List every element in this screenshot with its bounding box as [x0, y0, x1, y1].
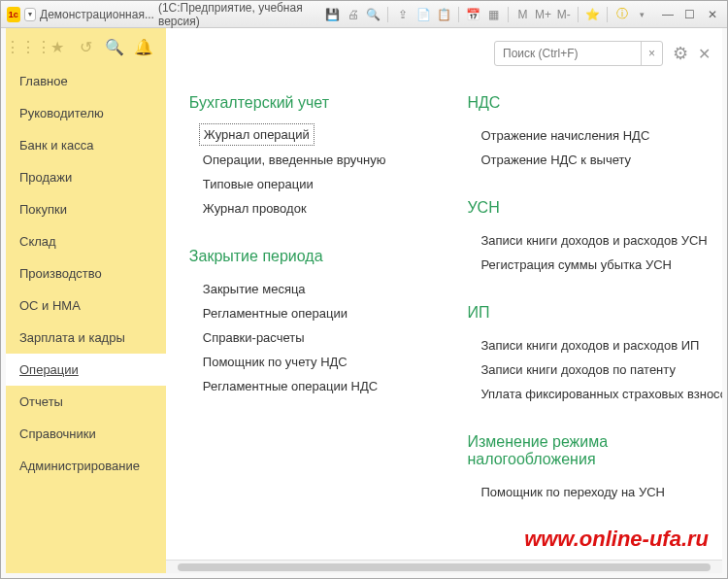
sidebar-item-10[interactable]: Отчеты: [6, 386, 166, 418]
sidebar-item-label: Отчеты: [19, 394, 63, 409]
search-box: ×: [494, 41, 663, 66]
logo-1c: 1c: [7, 7, 20, 22]
section: Изменение режима налогообложенияПомощник…: [467, 433, 699, 504]
section: ИПЗаписи книги доходов и расходов ИПЗапи…: [467, 304, 699, 406]
copy-icon[interactable]: 📄: [415, 5, 432, 24]
section-item[interactable]: Типовые операции: [189, 172, 421, 196]
section-item[interactable]: Регистрация суммы убытка УСН: [467, 253, 699, 277]
sidebar-item-3[interactable]: Продажи: [6, 161, 166, 193]
sidebar-item-9[interactable]: Операции: [6, 354, 166, 386]
section-item[interactable]: Закрытие месяца: [189, 277, 421, 301]
titlebar: 1c ▾ Демонстрационная... (1С:Предприятие…: [1, 1, 727, 28]
sidebar-item-label: Склад: [19, 234, 56, 249]
paste-icon[interactable]: 📋: [436, 5, 452, 24]
section-item[interactable]: Регламентные операции НДС: [189, 374, 421, 398]
sidebar-list: ГлавноеРуководителюБанк и кассаПродажиПо…: [6, 65, 166, 573]
app-window: 1c ▾ Демонстрационная... (1С:Предприятие…: [0, 0, 728, 579]
star-icon[interactable]: ★: [46, 35, 69, 58]
search-clear-button[interactable]: ×: [641, 42, 662, 65]
calendar-icon[interactable]: 📅: [465, 5, 481, 24]
sidebar-item-5[interactable]: Склад: [6, 225, 166, 257]
bell-icon[interactable]: 🔔: [132, 35, 155, 58]
sidebar-item-6[interactable]: Производство: [6, 257, 166, 290]
section-title[interactable]: Бухгалтерский учет: [189, 94, 421, 112]
close-button[interactable]: ✕: [703, 6, 721, 23]
sidebar-item-7[interactable]: ОС и НМА: [6, 290, 166, 322]
window-title-app: Демонстрационная...: [40, 8, 154, 21]
section-item[interactable]: Помощник по учету НДС: [189, 350, 421, 374]
section-item[interactable]: Отражение начисления НДС: [467, 123, 699, 148]
sidebar-item-0[interactable]: Главное: [6, 65, 166, 97]
sidebar-item-label: Продажи: [19, 170, 72, 185]
mem-mminus[interactable]: M-: [555, 5, 572, 24]
scrollbar-thumb[interactable]: [178, 563, 711, 571]
preview-icon[interactable]: 🔍: [365, 5, 381, 24]
section-title[interactable]: ИП: [467, 304, 699, 322]
section-item[interactable]: Записи книги доходов по патенту: [467, 358, 699, 382]
sidebar-item-2[interactable]: Банк и касса: [6, 129, 166, 161]
menu-dropdown-icon[interactable]: ▾: [24, 8, 36, 21]
separator: [458, 7, 459, 22]
sidebar-item-label: Главное: [19, 74, 68, 88]
favorites-icon[interactable]: ⭐: [584, 5, 601, 24]
section-item[interactable]: Журнал проводок: [189, 196, 421, 221]
gear-icon[interactable]: ⚙: [673, 43, 688, 64]
sidebar-item-1[interactable]: Руководителю: [6, 97, 166, 129]
panel-close-icon[interactable]: ✕: [698, 45, 711, 63]
section-item[interactable]: Записи книги доходов и расходов УСН: [467, 228, 699, 253]
section-title[interactable]: Изменение режима налогообложения: [467, 433, 699, 468]
mem-mplus[interactable]: M+: [535, 5, 551, 24]
section-item[interactable]: Операции, введенные вручную: [189, 148, 421, 172]
upload-icon[interactable]: ⇪: [394, 5, 411, 24]
section: Бухгалтерский учетЖурнал операцийОпераци…: [189, 94, 421, 221]
print-icon[interactable]: 🖨: [345, 5, 361, 24]
app-body: ⋮⋮⋮ ★ ↺ 🔍 🔔 ГлавноеРуководителюБанк и ка…: [1, 28, 727, 578]
maximize-button[interactable]: ☐: [680, 6, 699, 23]
section-item[interactable]: Помощник по переходу на УСН: [467, 480, 699, 504]
sidebar-item-4[interactable]: Покупки: [6, 193, 166, 225]
search-icon[interactable]: 🔍: [103, 35, 126, 58]
sidebar-item-label: Операции: [19, 362, 79, 377]
sidebar-item-label: Администрирование: [19, 459, 140, 473]
sidebar-item-label: Банк и касса: [19, 138, 94, 153]
content-body: Бухгалтерский учетЖурнал операцийОпераци…: [166, 79, 722, 560]
window-title-suffix: (1С:Предприятие, учебная версия): [158, 1, 320, 28]
horizontal-scrollbar[interactable]: [166, 560, 722, 573]
minimize-button[interactable]: —: [659, 6, 678, 23]
left-column: Бухгалтерский учетЖурнал операцийОпераци…: [189, 94, 421, 531]
right-column: НДСОтражение начисления НДСОтражение НДС…: [467, 94, 699, 531]
section-title[interactable]: УСН: [467, 199, 699, 217]
sidebar-item-label: Производство: [19, 266, 102, 281]
section: УСНЗаписи книги доходов и расходов УСНРе…: [467, 199, 699, 277]
separator: [508, 7, 509, 22]
info-dropdown-icon[interactable]: ▾: [634, 5, 650, 24]
sidebar-item-8[interactable]: Зарплата и кадры: [6, 322, 166, 354]
info-icon[interactable]: ⓘ: [613, 5, 630, 24]
sidebar-item-label: Справочники: [19, 426, 96, 441]
separator: [387, 7, 388, 22]
history-icon[interactable]: ↺: [74, 35, 97, 58]
separator: [578, 7, 579, 22]
section-item[interactable]: Отражение НДС к вычету: [467, 148, 699, 172]
sidebar: ⋮⋮⋮ ★ ↺ 🔍 🔔 ГлавноеРуководителюБанк и ка…: [6, 28, 166, 573]
sidebar-item-11[interactable]: Справочники: [6, 418, 166, 450]
section-item[interactable]: Регламентные операции: [189, 301, 421, 325]
content-header: × ⚙ ✕: [166, 28, 722, 79]
calc-icon[interactable]: ▦: [485, 5, 502, 24]
apps-icon[interactable]: ⋮⋮⋮: [17, 35, 40, 58]
save-icon[interactable]: 💾: [324, 5, 341, 24]
section-item[interactable]: Справки-расчеты: [189, 325, 421, 350]
section-title[interactable]: НДС: [467, 94, 699, 112]
section: Закрытие периодаЗакрытие месяцаРегламент…: [189, 248, 421, 398]
sidebar-item-12[interactable]: Администрирование: [6, 450, 166, 482]
sidebar-toolbar: ⋮⋮⋮ ★ ↺ 🔍 🔔: [6, 28, 166, 65]
section-item[interactable]: Журнал операций: [199, 123, 314, 146]
search-input[interactable]: [495, 47, 641, 60]
mem-m[interactable]: M: [514, 5, 531, 24]
section-title[interactable]: Закрытие периода: [189, 248, 421, 265]
separator: [607, 7, 608, 22]
sidebar-item-label: Руководителю: [19, 106, 104, 120]
section-item[interactable]: Уплата фиксированных страховых взносов: [467, 382, 699, 406]
sidebar-item-label: Зарплата и кадры: [19, 330, 125, 345]
section-item[interactable]: Записи книги доходов и расходов ИП: [467, 333, 699, 358]
